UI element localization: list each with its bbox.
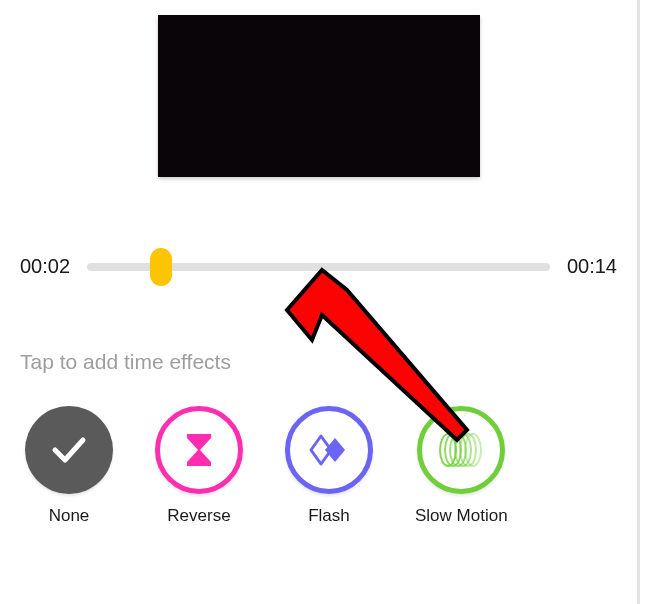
- effect-reverse-circle: [155, 406, 243, 494]
- effect-slow-motion[interactable]: Slow Motion: [415, 406, 508, 526]
- current-time-label: 00:02: [20, 255, 75, 278]
- effects-editor-panel: 00:02 00:14 Tap to add time effects None…: [0, 0, 640, 604]
- effect-slow-motion-circle: [417, 406, 505, 494]
- effect-reverse[interactable]: Reverse: [155, 406, 243, 526]
- timeline-slider-track[interactable]: [87, 263, 550, 271]
- check-icon: [47, 428, 91, 472]
- timeline-slider-handle[interactable]: [150, 248, 172, 286]
- effect-none-circle: [25, 406, 113, 494]
- effect-flash-circle: [285, 406, 373, 494]
- effect-none-label: None: [49, 506, 90, 526]
- effect-reverse-label: Reverse: [167, 506, 230, 526]
- total-time-label: 00:14: [562, 255, 617, 278]
- hourglass-icon: [181, 430, 217, 470]
- video-preview[interactable]: [158, 15, 480, 177]
- effect-slow-motion-label: Slow Motion: [415, 506, 508, 526]
- slow-motion-icon: [439, 432, 483, 468]
- effect-flash-label: Flash: [308, 506, 350, 526]
- effects-row: None Reverse Flash: [15, 406, 622, 526]
- instruction-text: Tap to add time effects: [15, 350, 622, 374]
- timeline: 00:02 00:14: [15, 255, 622, 278]
- effect-flash[interactable]: Flash: [285, 406, 373, 526]
- diamonds-icon: [307, 432, 351, 468]
- effect-none[interactable]: None: [25, 406, 113, 526]
